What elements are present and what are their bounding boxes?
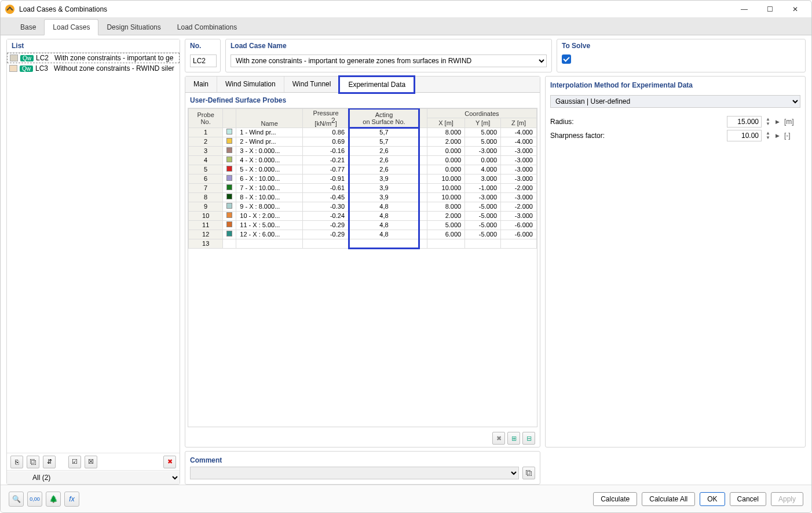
cell-z[interactable]: -4.000	[501, 137, 537, 146]
cell-z[interactable]: -3.000	[501, 211, 537, 220]
calculate-all-button[interactable]: Calculate All	[642, 492, 695, 506]
cell-acting[interactable]: 5,7	[349, 128, 419, 137]
cell-y[interactable]	[465, 239, 501, 248]
cell-name[interactable]	[236, 239, 303, 248]
cell-y[interactable]: 5.000	[465, 128, 501, 137]
cell-z[interactable]	[501, 239, 537, 248]
cell-acting[interactable]: 2,6	[349, 155, 419, 165]
cell-x[interactable]: 10.000	[427, 183, 464, 192]
maximize-button[interactable]: ☐	[758, 2, 781, 17]
cell-pressure[interactable]	[303, 239, 349, 248]
calculate-button[interactable]: Calculate	[593, 492, 637, 506]
cell-name[interactable]: 12 - X : 6.00...	[236, 230, 303, 239]
cell-name[interactable]: 10 - X : 2.00...	[236, 211, 303, 220]
cell-acting[interactable]: 3,9	[349, 183, 419, 192]
cell-pressure[interactable]: 0.69	[303, 137, 349, 146]
cell-name[interactable]: 9 - X : 8.000...	[236, 202, 303, 211]
cell-acting[interactable]: 2,6	[349, 165, 419, 174]
subtab-wind-simulation[interactable]: Wind Simulation	[217, 77, 284, 92]
cell-x[interactable]: 8.000	[427, 128, 464, 137]
list-item-lc3[interactable]: Qw LC3 Without zone constraints - RWIND …	[7, 63, 180, 74]
cell-y[interactable]: 3.000	[465, 174, 501, 183]
cell-acting[interactable]: 4,8	[349, 202, 419, 211]
subtab-wind-tunnel[interactable]: Wind Tunnel	[284, 77, 340, 92]
cell-acting[interactable]: 3,9	[349, 174, 419, 183]
solve-checkbox[interactable]	[562, 54, 571, 64]
list-item-lc2[interactable]: Qw LC2 With zone constraints - important…	[7, 53, 180, 63]
sharpness-input[interactable]	[727, 130, 762, 141]
cell-y[interactable]: -1.000	[465, 183, 501, 192]
col-pressure[interactable]: Pressure[kN/m2]	[303, 109, 349, 128]
cell-y[interactable]: -3.000	[465, 146, 501, 155]
col-name[interactable]: Name	[236, 109, 303, 128]
table-export-button[interactable]: ⊞	[507, 432, 520, 445]
subtab-main[interactable]: Main	[185, 77, 217, 92]
cell-x[interactable]: 2.000	[427, 137, 464, 146]
cell-acting[interactable]: 3,9	[349, 192, 419, 202]
cell-z[interactable]: -3.000	[501, 146, 537, 155]
table-row[interactable]: 6 6 - X : 10.00... -0.91 3,9 10.000 3.00…	[189, 174, 537, 183]
cell-x[interactable]: 2.000	[427, 211, 464, 220]
sharp-pick-icon[interactable]: ▶	[774, 133, 781, 139]
units-icon[interactable]: 0,00	[27, 492, 42, 507]
cell-pressure[interactable]: 0.86	[303, 128, 349, 137]
close-button[interactable]: ✕	[784, 2, 807, 17]
sort-button[interactable]: ⇵	[43, 456, 56, 468]
tab-design-situations[interactable]: Design Situations	[98, 20, 169, 35]
tab-load-combinations[interactable]: Load Combinations	[169, 20, 245, 35]
table-row[interactable]: 12 12 - X : 6.00... -0.29 4,8 6.000 -5.0…	[189, 230, 537, 239]
col-x[interactable]: X [m]	[427, 118, 464, 128]
cell-x[interactable]: 10.000	[427, 192, 464, 202]
cell-name[interactable]: 5 - X : 0.000...	[236, 165, 303, 174]
comment-select[interactable]	[190, 467, 519, 479]
table-row[interactable]: 2 2 - Wind pr... 0.69 5,7 2.000 5.000 -4…	[189, 137, 537, 146]
cell-name[interactable]: 11 - X : 5.00...	[236, 220, 303, 230]
table-row[interactable]: 3 3 - X : 0.000... -0.16 2,6 0.000 -3.00…	[189, 146, 537, 155]
apply-button[interactable]: Apply	[771, 492, 803, 506]
cell-pressure[interactable]: -0.29	[303, 220, 349, 230]
sharp-down-icon[interactable]: ▼	[765, 136, 771, 140]
interp-method-select[interactable]: Gaussian | User-defined	[550, 95, 800, 108]
cell-x[interactable]: 0.000	[427, 165, 464, 174]
cell-x[interactable]: 0.000	[427, 155, 464, 165]
col-probe-no[interactable]: ProbeNo.	[189, 109, 223, 128]
table-row[interactable]: 10 10 - X : 2.00... -0.24 4,8 2.000 -5.0…	[189, 211, 537, 220]
cell-z[interactable]: -4.000	[501, 128, 537, 137]
cell-acting[interactable]: 2,6	[349, 146, 419, 155]
cell-z[interactable]: -3.000	[501, 165, 537, 174]
table-row[interactable]: 9 9 - X : 8.000... -0.30 4,8 8.000 -5.00…	[189, 202, 537, 211]
radius-input[interactable]	[727, 116, 762, 128]
table-row[interactable]: 5 5 - X : 0.000... -0.77 2,6 0.000 4.000…	[189, 165, 537, 174]
radius-down-icon[interactable]: ▼	[765, 122, 771, 126]
tab-load-cases[interactable]: Load Cases	[44, 19, 98, 35]
col-z[interactable]: Z [m]	[501, 118, 537, 128]
cell-y[interactable]: 4.000	[465, 165, 501, 174]
cell-x[interactable]: 6.000	[427, 230, 464, 239]
cell-z[interactable]: -2.000	[501, 183, 537, 192]
cell-acting[interactable]: 4,8	[349, 220, 419, 230]
fx-icon[interactable]: fx	[64, 492, 79, 507]
table-delete-button[interactable]: ✖	[492, 432, 505, 445]
cell-z[interactable]: -3.000	[501, 174, 537, 183]
cell-z[interactable]: -6.000	[501, 230, 537, 239]
cell-x[interactable]	[427, 239, 464, 248]
comment-edit-button[interactable]: ⿻	[522, 467, 535, 479]
cancel-button[interactable]: Cancel	[730, 492, 766, 506]
ok-button[interactable]: OK	[700, 492, 725, 506]
tab-base[interactable]: Base	[12, 20, 44, 35]
cell-z[interactable]: -3.000	[501, 192, 537, 202]
radius-pick-icon[interactable]: ▶	[774, 119, 781, 125]
cell-pressure[interactable]: -0.91	[303, 174, 349, 183]
cell-y[interactable]: -5.000	[465, 220, 501, 230]
cell-name[interactable]: 4 - X : 0.000...	[236, 155, 303, 165]
cell-pressure[interactable]: -0.77	[303, 165, 349, 174]
cell-pressure[interactable]: -0.21	[303, 155, 349, 165]
cell-pressure[interactable]: -0.24	[303, 211, 349, 220]
probes-table-wrap[interactable]: ProbeNo. Name Pressure[kN/m2] Actingon S…	[188, 108, 537, 427]
search-icon[interactable]: 🔍	[9, 492, 24, 507]
cell-y[interactable]: 0.000	[465, 155, 501, 165]
cell-x[interactable]: 5.000	[427, 220, 464, 230]
delete-button[interactable]: ✖	[163, 456, 176, 468]
cell-z[interactable]: -6.000	[501, 220, 537, 230]
table-row[interactable]: 4 4 - X : 0.000... -0.21 2,6 0.000 0.000…	[189, 155, 537, 165]
